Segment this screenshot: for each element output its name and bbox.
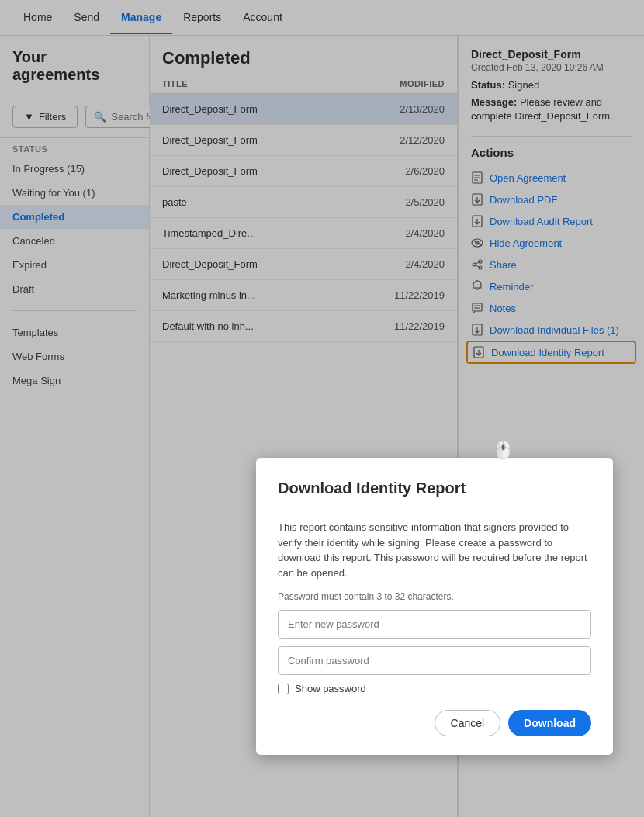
show-password-label[interactable]: Show password [295, 683, 366, 694]
modal-footer: Cancel Download [278, 710, 591, 736]
modal-password-rule: Password must contain 3 to 32 characters… [278, 591, 591, 602]
modal-overlay[interactable]: Download Identity Report This report con… [0, 0, 644, 817]
download-button[interactable]: Download [508, 710, 591, 736]
modal-title: Download Identity Report [278, 479, 591, 497]
download-identity-modal: Download Identity Report This report con… [256, 458, 613, 755]
confirm-password-input[interactable] [278, 646, 591, 675]
show-password-row: Show password [278, 683, 591, 694]
modal-description: This report contains sensitive informati… [278, 520, 591, 580]
cancel-button[interactable]: Cancel [435, 710, 501, 736]
new-password-input[interactable] [278, 610, 591, 639]
show-password-checkbox[interactable] [278, 684, 289, 694]
modal-divider [278, 507, 591, 507]
